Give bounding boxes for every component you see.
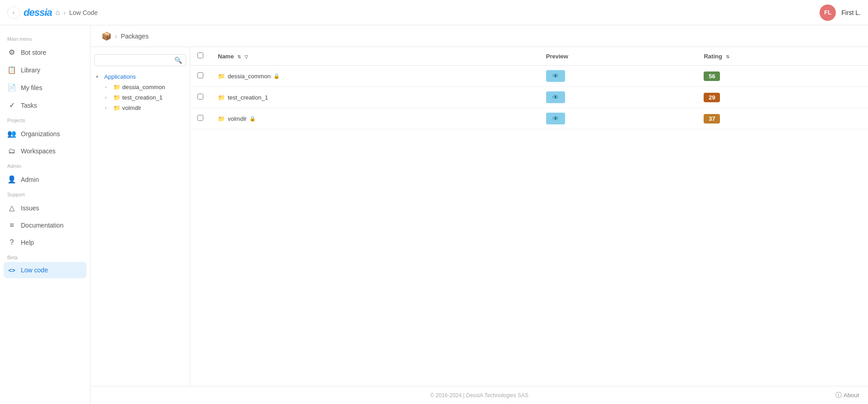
- chevron-right-icon: ›: [105, 85, 111, 90]
- sidebar-item-documentation[interactable]: ≡ Documentation: [0, 217, 90, 234]
- tree-item-dessia-common[interactable]: › 📁 dessia_common: [103, 82, 186, 92]
- support-label: Support: [0, 188, 90, 199]
- row-checkbox-1[interactable]: [197, 72, 203, 78]
- back-button[interactable]: ‹: [7, 6, 20, 19]
- sidebar-item-my-files[interactable]: 📄 My files: [0, 79, 90, 96]
- row-rating-cell-1: 56: [696, 66, 868, 87]
- chevron-down-icon: ▾: [96, 74, 102, 79]
- copyright-text: © 2016-2024 | DessiA Technologies SAS: [430, 392, 528, 399]
- sidebar-label-documentation: Documentation: [21, 222, 63, 229]
- lock-icon-1: 🔒: [273, 73, 280, 79]
- preview-button-3[interactable]: 👁: [546, 113, 565, 124]
- home-icon[interactable]: ⌂: [56, 9, 60, 17]
- sort-icon-rating[interactable]: ⇅: [726, 54, 729, 59]
- row-name-2: test_creation_1: [228, 94, 268, 101]
- row-preview-cell-3: 👁: [539, 108, 697, 129]
- row-checkbox-3[interactable]: [197, 115, 203, 121]
- table-row: 📁 volmdlr 🔒 👁 37: [190, 108, 868, 129]
- tree-panel: 🔍 ▾ Applications › 📁 dessia_common › 📁: [91, 47, 190, 386]
- sidebar-item-workspaces[interactable]: 🗂 Workspaces: [0, 143, 90, 160]
- select-all-checkbox-cell: [190, 47, 211, 66]
- packages-table: Name ⇅ ▽ Preview Rating ⇅: [190, 47, 868, 129]
- row-name-cell-3: 📁 volmdlr 🔒: [211, 108, 539, 129]
- rating-badge-2: 29: [704, 93, 720, 102]
- logo: dessia: [24, 7, 52, 19]
- about-link[interactable]: ⓘ About: [835, 391, 859, 399]
- breadcrumb-bar: 📦 › Packages: [91, 25, 868, 47]
- help-icon: ?: [7, 238, 16, 247]
- bot-store-icon: ⚙: [7, 48, 16, 57]
- tree-children: › 📁 dessia_common › 📁 test_creation_1 › …: [94, 82, 186, 113]
- sidebar-item-library[interactable]: 📋 Library: [0, 61, 90, 79]
- main: 📦 › Packages 🔍 ▾ Applications › �: [91, 25, 868, 404]
- rating-badge-1: 56: [704, 71, 720, 81]
- sidebar-label-organizations: Organizations: [21, 130, 60, 138]
- search-input[interactable]: [98, 57, 174, 64]
- topbar-nav: ⌂ › Low Code: [56, 9, 98, 17]
- row-folder-icon-2: 📁: [218, 94, 225, 101]
- content-area: 🔍 ▾ Applications › 📁 dessia_common › 📁: [91, 47, 868, 386]
- breadcrumb-sep-1: ›: [63, 9, 66, 16]
- sidebar-main: Main menu ⚙ Bot store 📋 Library 📄 My fil…: [0, 33, 90, 278]
- breadcrumb-packages: Packages: [121, 33, 149, 40]
- my-files-icon: 📄: [7, 83, 16, 92]
- lock-icon-3: 🔒: [249, 116, 256, 122]
- sidebar-label-bot-store: Bot store: [21, 49, 46, 56]
- preview-button-2[interactable]: 👁: [546, 91, 565, 103]
- tree-item-test-creation-1[interactable]: › 📁 test_creation_1: [103, 92, 186, 103]
- tree-applications[interactable]: ▾ Applications: [94, 71, 186, 82]
- sidebar-item-low-code[interactable]: <> Low code: [4, 262, 86, 278]
- rating-badge-3: 37: [704, 114, 720, 124]
- projects-label: Projects: [0, 114, 90, 125]
- tree-applications-label: Applications: [104, 73, 136, 80]
- sidebar-item-admin[interactable]: 👤 Admin: [0, 171, 90, 188]
- col-preview-label: Preview: [546, 53, 568, 60]
- sidebar-item-help[interactable]: ? Help: [0, 234, 90, 251]
- col-name: Name ⇅ ▽: [211, 47, 539, 66]
- folder-icon: 📁: [113, 84, 120, 90]
- sidebar-label-library: Library: [21, 67, 40, 74]
- topbar-left: ‹ dessia ⌂ › Low Code: [7, 6, 98, 19]
- tree-item-dessia-common-label: dessia_common: [122, 84, 184, 90]
- library-icon: 📋: [7, 66, 16, 74]
- about-label: About: [844, 392, 859, 399]
- col-rating-label: Rating: [704, 53, 722, 60]
- preview-button-1[interactable]: 👁: [546, 70, 565, 82]
- select-all-checkbox[interactable]: [197, 52, 203, 58]
- search-box: 🔍: [94, 54, 186, 66]
- row-name-cell-1: 📁 dessia_common 🔒: [211, 66, 539, 87]
- table-header-row: Name ⇅ ▽ Preview Rating ⇅: [190, 47, 868, 66]
- chevron-right-icon: ›: [105, 95, 111, 100]
- row-name-3: volmdlr: [228, 115, 247, 122]
- row-checkbox-2[interactable]: [197, 94, 203, 100]
- sidebar-item-issues[interactable]: △ Issues: [0, 199, 90, 217]
- folder-icon: 📁: [113, 105, 120, 111]
- row-checkbox-cell-2: [190, 87, 211, 108]
- row-checkbox-cell-3: [190, 108, 211, 129]
- table-row: 📁 dessia_common 🔒 👁: [190, 66, 868, 87]
- sidebar-label-workspaces: Workspaces: [21, 147, 56, 155]
- sidebar-label-issues: Issues: [21, 204, 39, 212]
- avatar[interactable]: FL: [820, 5, 836, 21]
- admin-icon: 👤: [7, 175, 16, 184]
- layout: Main menu ⚙ Bot store 📋 Library 📄 My fil…: [0, 25, 868, 404]
- tree-item-volmdlr[interactable]: › 📁 volmdlr: [103, 103, 186, 113]
- col-preview: Preview: [539, 47, 697, 66]
- documentation-icon: ≡: [7, 221, 16, 229]
- sidebar-item-tasks[interactable]: ✓ Tasks: [0, 96, 90, 114]
- footer: © 2016-2024 | DessiA Technologies SAS ⓘ …: [91, 386, 868, 404]
- eye-icon-2: 👁: [552, 94, 559, 101]
- row-rating-cell-3: 37: [696, 108, 868, 129]
- info-icon: ⓘ: [835, 391, 842, 399]
- sidebar-item-organizations[interactable]: 👥 Organizations: [0, 125, 90, 143]
- organizations-icon: 👥: [7, 129, 16, 138]
- beta-label: Beta: [0, 251, 90, 262]
- topbar-breadcrumb-lowcode[interactable]: Low Code: [69, 9, 98, 16]
- folder-icon: 📁: [113, 94, 120, 101]
- admin-label: Admin: [0, 160, 90, 171]
- sidebar-item-bot-store[interactable]: ⚙ Bot store: [0, 43, 90, 61]
- sidebar: Main menu ⚙ Bot store 📋 Library 📄 My fil…: [0, 25, 91, 404]
- filter-icon-name[interactable]: ▽: [245, 54, 248, 59]
- row-rating-cell-2: 29: [696, 87, 868, 108]
- sort-icon-name[interactable]: ⇅: [237, 54, 241, 59]
